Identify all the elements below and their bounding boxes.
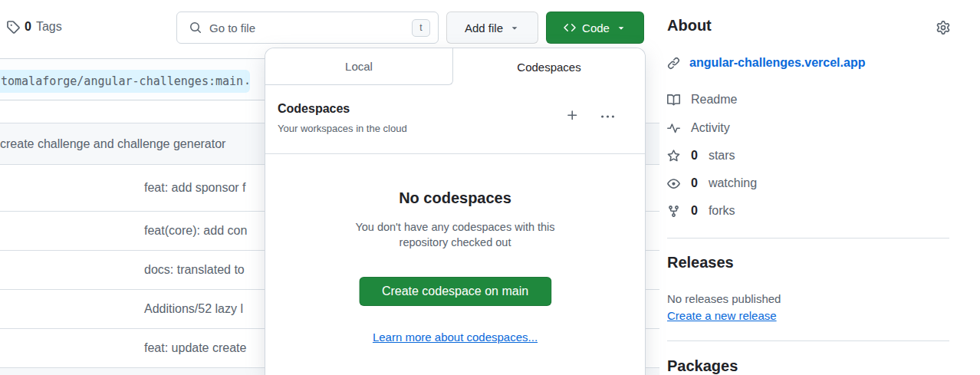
eye-icon — [667, 177, 680, 190]
empty-state-line1: You don't have any codespaces with this — [265, 219, 645, 235]
item-label: Readme — [691, 93, 737, 107]
sidebar-item-stars[interactable]: 0 stars — [667, 149, 735, 163]
sidebar-divider — [667, 238, 949, 238]
branch-ref-suffix: . — [244, 74, 251, 87]
gear-icon[interactable] — [936, 21, 950, 35]
code-dropdown-panel: Local Codespaces Codespaces Your workspa… — [265, 48, 646, 375]
chevron-down-icon — [509, 22, 520, 33]
search-icon — [189, 21, 202, 34]
codespaces-header: Codespaces Your workspaces in the cloud — [265, 85, 645, 154]
tags-link[interactable]: 0 Tags — [6, 20, 62, 34]
tags-label: Tags — [36, 20, 62, 34]
commit-message: feat: update create — [144, 341, 246, 355]
create-codespace-button[interactable]: Create codespace on main — [359, 277, 551, 306]
item-label: Activity — [691, 121, 730, 135]
about-title: About — [667, 17, 712, 35]
code-icon — [564, 21, 576, 34]
empty-state-line2: repository checked out — [265, 235, 645, 250]
empty-state-title: No codespaces — [265, 189, 645, 207]
commit-message: docs: translated to — [144, 263, 245, 277]
search-shortcut-key: t — [412, 19, 430, 37]
add-file-label: Add file — [465, 21, 503, 35]
plus-icon[interactable] — [566, 109, 579, 122]
website-link-row[interactable]: angular-challenges.vercel.app — [667, 56, 865, 70]
sidebar-item-watching[interactable]: 0 watching — [667, 176, 757, 190]
link-icon — [667, 57, 680, 70]
code-dropdown-tabs: Local Codespaces — [265, 48, 645, 85]
branch-ref-link[interactable]: tomalaforge/angular-challenges:main — [0, 70, 250, 93]
commit-header-message: create challenge and challenge generator — [0, 137, 225, 151]
search-input[interactable] — [209, 21, 404, 35]
code-button[interactable]: Code — [546, 12, 644, 44]
sidebar-item-forks[interactable]: 0 forks — [667, 204, 735, 218]
tag-icon — [6, 20, 20, 34]
item-count: 0 — [691, 176, 698, 190]
codespaces-subtitle: Your workspaces in the cloud — [278, 123, 633, 134]
chevron-down-icon — [616, 22, 626, 33]
commit-message: Additions/52 lazy l — [144, 302, 243, 316]
tab-codespaces[interactable]: Codespaces — [453, 48, 645, 85]
commit-message: feat: add sponsor f — [144, 181, 246, 195]
item-count: 0 — [691, 149, 698, 163]
releases-title: Releases — [667, 254, 734, 271]
item-label: stars — [709, 149, 735, 163]
sidebar-divider — [667, 340, 949, 341]
sidebar-item-activity[interactable]: Activity — [667, 121, 730, 135]
book-icon — [667, 94, 680, 107]
empty-state-text: You don't have any codespaces with this … — [265, 219, 645, 250]
sidebar-item-readme[interactable]: Readme — [667, 93, 737, 107]
star-icon — [667, 150, 680, 163]
branch-ref-text: tomalaforge/angular-challenges:main — [1, 74, 243, 88]
tab-local[interactable]: Local — [265, 48, 453, 85]
github-repo-page: 0 Tags t Add file Code tomalaforge/angul… — [0, 0, 980, 375]
create-release-link[interactable]: Create a new release — [667, 309, 777, 322]
kebab-icon[interactable] — [601, 110, 614, 123]
packages-title: Packages — [667, 357, 738, 375]
item-label: watching — [709, 176, 757, 190]
pulse-icon — [667, 122, 680, 135]
code-button-label: Code — [582, 21, 610, 35]
item-label: forks — [709, 204, 735, 218]
website-link[interactable]: angular-challenges.vercel.app — [689, 56, 865, 70]
releases-empty-text: No releases published — [667, 292, 781, 305]
fork-icon — [667, 205, 680, 218]
codespaces-title: Codespaces — [278, 102, 633, 116]
item-count: 0 — [691, 204, 698, 218]
learn-more-link[interactable]: Learn more about codespaces... — [265, 331, 645, 344]
add-file-button[interactable]: Add file — [446, 12, 538, 44]
commit-message: feat(core): add con — [144, 224, 247, 238]
tags-count: 0 — [25, 20, 31, 34]
go-to-file-search[interactable]: t — [176, 12, 439, 44]
